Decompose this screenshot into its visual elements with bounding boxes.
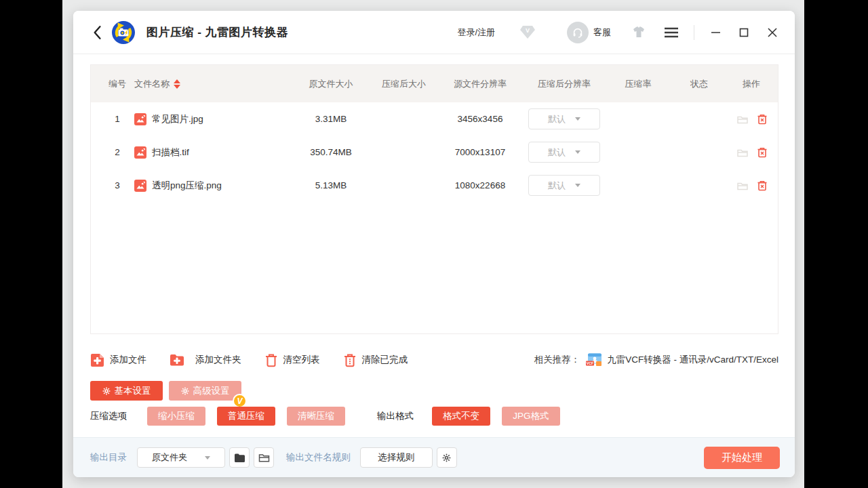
- list-toolbar: 添加文件 添加文件夹 清空列表 清除已完成 相关推荐： VCF 九雷VCF转换器…: [90, 348, 778, 371]
- orig-size: 350.74MB: [294, 147, 368, 157]
- clear-completed-icon: [343, 353, 357, 367]
- table-row: 2 扫描档.tif 350.74MB 7000x13107 默认: [91, 136, 778, 169]
- output-dir-label: 输出目录: [90, 451, 127, 464]
- chevron-down-icon: [205, 456, 210, 460]
- maximize-button[interactable]: [736, 25, 751, 40]
- col-header-ratio: 压缩率: [608, 78, 669, 90]
- compress-options-label: 压缩选项: [90, 410, 127, 422]
- src-resolution: 1080x22668: [439, 180, 521, 190]
- tab-basic-settings[interactable]: 基本设置: [90, 381, 163, 401]
- file-name: 透明png压缩.png: [152, 180, 222, 192]
- add-folder-icon: [170, 353, 184, 367]
- clear-list-icon: [264, 353, 278, 367]
- skin-shirt-icon[interactable]: [631, 26, 646, 39]
- app-logo-icon: [111, 20, 136, 45]
- add-file-button[interactable]: 添加文件: [90, 353, 146, 367]
- table-row: 3 透明png压缩.png 5.13MB 1080x22668 默认: [91, 169, 778, 202]
- chevron-down-icon: [575, 184, 580, 187]
- titlebar-divider: [694, 25, 694, 40]
- desktop-background: 图片压缩 - 九雷图片转换器 登录/注册 V 客服: [62, 0, 804, 488]
- back-button[interactable]: [88, 24, 106, 41]
- orig-size: 5.13MB: [294, 180, 368, 190]
- image-file-icon: [134, 146, 146, 159]
- orig-size: 3.31MB: [294, 114, 368, 124]
- file-name: 常见图片.jpg: [152, 113, 203, 125]
- customer-service-avatar[interactable]: [567, 22, 589, 43]
- open-folder-icon: [258, 453, 270, 463]
- folder-icon: [234, 453, 245, 463]
- recommend-label: 相关推荐：: [534, 354, 580, 366]
- file-name: 扫描档.tif: [152, 146, 189, 159]
- col-header-actions: 操作: [730, 78, 768, 90]
- clear-list-button[interactable]: 清空列表: [264, 353, 320, 367]
- titlebar: 图片压缩 - 九雷图片转换器 登录/注册 V 客服: [73, 11, 795, 54]
- gear-icon: [181, 387, 189, 395]
- recommend-link[interactable]: VCF 九雷VCF转换器 - 通讯录/vCard/TXT/Excel: [585, 352, 778, 367]
- svg-text:V: V: [526, 27, 530, 34]
- delete-file-icon[interactable]: [756, 113, 768, 125]
- col-header-src-resolution: 源文件分辨率: [439, 78, 521, 90]
- col-header-number: 编号: [100, 78, 134, 90]
- start-processing-button[interactable]: 开始处理: [704, 447, 780, 469]
- delete-file-icon[interactable]: [756, 180, 768, 192]
- vip-badge: V: [233, 394, 247, 408]
- option-normal-compress[interactable]: 普通压缩: [217, 407, 275, 426]
- option-clear-compress[interactable]: 清晰压缩: [287, 407, 345, 426]
- page-title: 图片压缩 - 九雷图片转换器: [146, 24, 288, 40]
- chevron-down-icon: [575, 150, 580, 154]
- dst-resolution-dropdown[interactable]: 默认: [528, 108, 600, 129]
- option-shrink-compress[interactable]: 缩小压缩: [147, 407, 205, 426]
- col-header-status: 状态: [669, 78, 730, 90]
- app-window: 图片压缩 - 九雷图片转换器 登录/注册 V 客服: [73, 11, 795, 477]
- src-resolution: 3456x3456: [439, 114, 521, 124]
- col-header-compressed-size: 压缩后大小: [368, 78, 439, 90]
- choose-rule-button[interactable]: 选择规则: [360, 447, 433, 468]
- open-output-folder-button[interactable]: [254, 447, 274, 468]
- login-register-link[interactable]: 登录/注册: [457, 26, 495, 39]
- compression-options-row: 压缩选项 缩小压缩 普通压缩 清晰压缩 输出格式 格式不变 JPG格式: [90, 407, 560, 426]
- settings-tabs: 基本设置 高级设置 V: [90, 381, 241, 401]
- table-row: 1 常见图片.jpg 3.31MB 3456x3456 默认: [91, 102, 778, 136]
- option-format-unchanged[interactable]: 格式不变: [432, 407, 490, 426]
- choose-folder-button[interactable]: [229, 447, 250, 468]
- customer-service-label[interactable]: 客服: [593, 26, 611, 39]
- clear-completed-button[interactable]: 清除已完成: [343, 353, 408, 367]
- dst-resolution-dropdown[interactable]: 默认: [528, 142, 600, 163]
- dst-resolution-dropdown[interactable]: 默认: [528, 175, 600, 196]
- open-folder-icon[interactable]: [736, 180, 749, 192]
- vcf-converter-icon: VCF: [585, 352, 602, 367]
- file-list-header: 编号 文件名称 原文件大小 压缩后大小 源文件分辨率 压缩后分辨率 压缩率 状态…: [91, 65, 778, 102]
- recommendation: 相关推荐： VCF 九雷VCF转换器 - 通讯录/vCard/TXT/Excel: [534, 352, 778, 367]
- tab-advanced-settings[interactable]: 高级设置 V: [169, 381, 241, 401]
- col-header-filename: 文件名称: [134, 78, 294, 90]
- chevron-down-icon: [575, 117, 580, 121]
- src-resolution: 7000x13107: [439, 147, 521, 157]
- col-header-dst-resolution: 压缩后分辨率: [521, 78, 608, 90]
- name-rule-label: 输出文件名规则: [286, 451, 351, 464]
- file-list: 编号 文件名称 原文件大小 压缩后大小 源文件分辨率 压缩后分辨率 压缩率 状态…: [90, 64, 778, 334]
- rule-settings-button[interactable]: [437, 447, 457, 468]
- option-format-jpg[interactable]: JPG格式: [502, 407, 560, 426]
- col-header-orig-size: 原文件大小: [294, 78, 368, 90]
- output-dir-dropdown[interactable]: 原文件夹: [137, 447, 225, 468]
- hamburger-menu-icon[interactable]: [664, 26, 679, 39]
- add-file-icon: [90, 353, 104, 367]
- output-format-label: 输出格式: [377, 410, 414, 422]
- delete-file-icon[interactable]: [756, 146, 768, 159]
- footer-bar: 输出目录 原文件夹 输出文件名规则 选择规则 开始处理: [73, 437, 795, 477]
- vip-diamond-icon[interactable]: V: [519, 25, 536, 39]
- sort-arrows-icon[interactable]: [174, 79, 180, 89]
- image-file-icon: [134, 180, 146, 192]
- open-folder-icon[interactable]: [736, 146, 749, 159]
- svg-text:VCF: VCF: [587, 361, 593, 365]
- close-button[interactable]: [765, 25, 780, 40]
- image-file-icon: [134, 113, 146, 125]
- add-folder-button[interactable]: 添加文件夹: [170, 353, 241, 367]
- minimize-button[interactable]: [708, 25, 723, 40]
- open-folder-icon[interactable]: [736, 113, 749, 125]
- gear-icon: [442, 453, 451, 462]
- gear-icon: [102, 387, 111, 395]
